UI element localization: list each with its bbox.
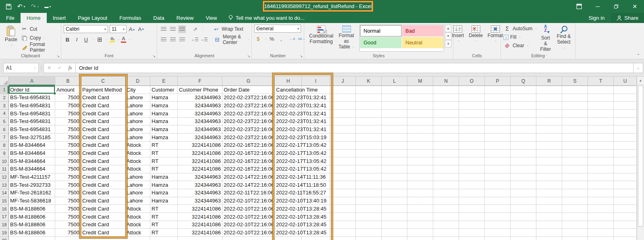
cell-S3[interactable] (562, 102, 588, 110)
cell-E5[interactable]: Hamza (150, 118, 178, 126)
cell-F16[interactable]: 3224141086 (178, 205, 222, 213)
underline-dropdown-icon[interactable]: ▾ (93, 38, 94, 42)
cell-M18[interactable] (407, 221, 433, 229)
merge-center-button[interactable]: ⊟Merge & Center▾ (214, 35, 250, 44)
cell-M14[interactable] (407, 189, 433, 197)
cell-C12[interactable]: Credit Card (81, 173, 125, 182)
cell-U12[interactable] (614, 173, 637, 182)
cell-A19[interactable]: BS-M-8188606 (9, 229, 55, 237)
cell-R2[interactable] (536, 94, 562, 102)
cell-L9[interactable] (382, 150, 407, 158)
cell-B17[interactable]: 7500 (55, 213, 81, 221)
cell-T10[interactable] (588, 157, 614, 165)
autosum-button[interactable]: ΣAutoSum▾ (503, 25, 537, 33)
cell-E7[interactable]: Hamza (150, 134, 178, 142)
column-header-T[interactable]: T (588, 77, 614, 86)
cell-F7[interactable]: 324344963 (178, 134, 222, 142)
cell-R13[interactable] (536, 181, 562, 189)
cell-B6[interactable]: 7500 (55, 125, 81, 134)
cell-F20[interactable] (178, 237, 222, 240)
cell-O6[interactable] (459, 125, 485, 134)
cell-N5[interactable] (433, 118, 459, 126)
cell-G15[interactable]: 2022-02-10T22:16:06 (222, 197, 275, 205)
cell-J2[interactable] (330, 94, 356, 102)
cell-S2[interactable] (562, 94, 588, 102)
cell-R20[interactable] (536, 237, 562, 240)
cell-F2[interactable]: 324344963 (178, 94, 222, 102)
column-header-I[interactable]: I (302, 77, 330, 86)
font-dialog-launcher-icon[interactable]: ↘ (152, 54, 156, 58)
cell-R3[interactable] (536, 102, 562, 110)
name-box-dropdown-icon[interactable]: ▾ (34, 66, 36, 70)
cell-C10[interactable]: Credit Card (81, 157, 125, 165)
cell-J16[interactable] (330, 205, 356, 213)
cell-R6[interactable] (536, 125, 562, 134)
cell-J20[interactable] (330, 237, 356, 240)
cell-Q8[interactable] (511, 142, 536, 150)
cell-S8[interactable] (562, 142, 588, 150)
cell-H14[interactable]: 2022-02-11T16:55:27 (275, 189, 302, 197)
cell-G5[interactable]: 2022-02-23T22:16:06 (222, 118, 275, 126)
cell-P13[interactable] (485, 181, 511, 189)
cell-R9[interactable] (536, 150, 562, 158)
cell-A16[interactable]: BS-M-8188606 (9, 205, 55, 213)
cell-R8[interactable] (536, 142, 562, 150)
cell-L5[interactable] (382, 118, 407, 126)
cell-D7[interactable]: Lahore (125, 134, 150, 142)
cell-T17[interactable] (588, 213, 614, 221)
cell-L16[interactable] (382, 205, 407, 213)
close-button[interactable]: ✕ (625, 0, 644, 13)
cell-H1[interactable]: Cancellation Time (275, 86, 302, 94)
cell-R11[interactable] (536, 165, 562, 173)
orientation-icon[interactable]: ⇗ (191, 25, 199, 33)
formula-cancel-icon[interactable]: ✕ (44, 65, 54, 71)
style-normal[interactable]: Normal (360, 25, 402, 37)
cell-S9[interactable] (562, 150, 588, 158)
cell-O20[interactable] (459, 237, 485, 240)
cell-E8[interactable]: RT (150, 142, 178, 150)
cell-H11[interactable]: 2022-02-17T13:05:42 (275, 165, 302, 173)
cell-E14[interactable]: Hamza (150, 189, 178, 197)
cell-J10[interactable] (330, 157, 356, 165)
cell-D8[interactable]: Attock (125, 142, 150, 150)
cell-T2[interactable] (588, 94, 614, 102)
cell-H13[interactable]: 2022-02-14T11:18:50 (275, 181, 302, 189)
cell-E19[interactable]: RT (150, 229, 178, 237)
column-header-R[interactable]: R (536, 77, 562, 86)
cell-D2[interactable]: Lahore (125, 94, 150, 102)
cell-U9[interactable] (614, 150, 637, 158)
redo-dropdown-icon[interactable]: ▾ (37, 5, 39, 8)
cell-Q18[interactable] (511, 221, 536, 229)
cell-O14[interactable] (459, 189, 485, 197)
column-header-P[interactable]: P (485, 77, 511, 86)
tab-page-layout[interactable]: Page Layout (72, 13, 113, 23)
row-header-16[interactable]: 16 (0, 205, 9, 213)
cell-P5[interactable] (485, 118, 511, 126)
column-header-J[interactable]: J (330, 77, 356, 86)
cell-A1[interactable]: Order Id (9, 86, 55, 94)
cell-H16[interactable]: 2022-02-10T13:28:45 (275, 205, 302, 213)
cell-Q20[interactable] (511, 237, 536, 240)
cell-J13[interactable] (330, 181, 356, 189)
cell-S7[interactable] (562, 134, 588, 142)
formula-bar-expand-icon[interactable]: ⌄ (634, 63, 643, 73)
cell-P10[interactable] (485, 157, 511, 165)
cell-F14[interactable]: 324344963 (178, 189, 222, 197)
row-header-7[interactable]: 7 (0, 134, 9, 142)
cell-A14[interactable]: MF-Test-2618162 (9, 189, 55, 197)
cell-N2[interactable] (433, 94, 459, 102)
cell-T14[interactable] (588, 189, 614, 197)
cell-T13[interactable] (588, 181, 614, 189)
cell-G12[interactable]: 2022-02-14T22:16:06 (222, 173, 275, 182)
cell-E3[interactable]: Hamza (150, 102, 178, 110)
cell-O11[interactable] (459, 165, 485, 173)
row-header-19[interactable]: 19 (0, 229, 9, 237)
cell-D19[interactable]: Attock (125, 229, 150, 237)
cell-S17[interactable] (562, 213, 588, 221)
alignment-dialog-launcher-icon[interactable]: ↘ (247, 54, 250, 58)
cell-C15[interactable]: Credit Card (81, 197, 125, 205)
cell-F1[interactable]: Customer Phone (178, 86, 222, 94)
cell-U14[interactable] (614, 189, 637, 197)
align-bottom-icon[interactable] (178, 25, 186, 33)
cell-D11[interactable]: Attock (125, 165, 150, 173)
